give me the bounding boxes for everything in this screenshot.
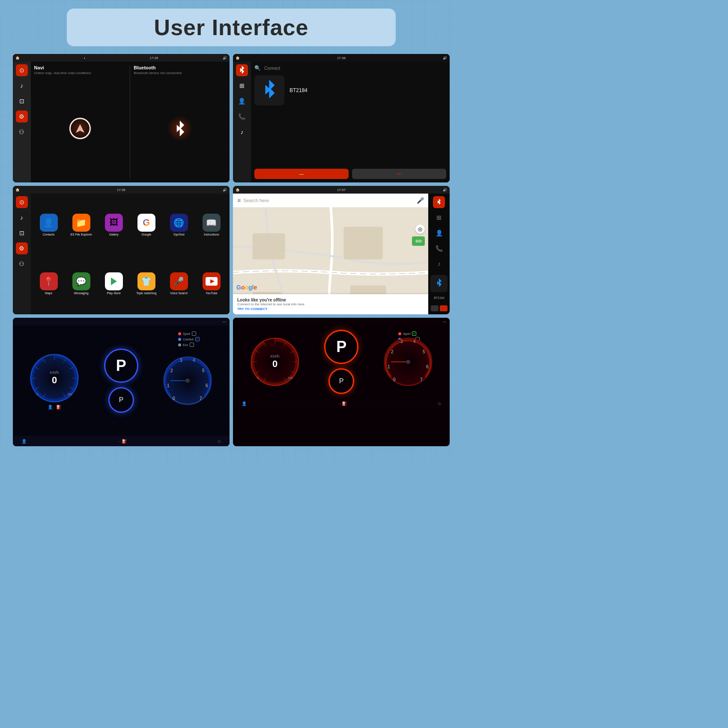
svg-rect-2 — [253, 233, 285, 260]
grid-right-icon[interactable]: ⊞ — [433, 212, 445, 224]
voice-icon: 🎤 — [170, 272, 188, 290]
sport-indicator: Sport — [178, 331, 200, 336]
inner-gear-label-red: P — [339, 377, 344, 385]
app-maps[interactable]: 📍 Maps — [33, 255, 64, 312]
try-connect-link[interactable]: TRY TO CONNECT — [237, 307, 424, 311]
app-playstore[interactable]: Play Store — [98, 255, 129, 312]
inner-gear-circle-red: P — [328, 368, 354, 394]
grid-nav-icon[interactable]: ⊞ — [236, 80, 248, 92]
panel5-topbar: ▪▪▪ — [13, 318, 230, 325]
svg-text:260: 260 — [67, 393, 72, 396]
offline-title: Looks like you're offline — [237, 298, 424, 302]
eco-dot — [178, 343, 181, 346]
app-contacts[interactable]: 👤 Contacts — [33, 196, 64, 253]
navi-title: Navi — [34, 65, 127, 70]
youtube-label: YouTube — [206, 292, 218, 295]
music-icon[interactable]: ♪ — [16, 80, 28, 92]
panel4-sidebar-right: ⊞ 👤 📞 ♪ BT2184 — [428, 194, 450, 314]
home4-icon: 🏠 — [236, 188, 240, 192]
bt-nav-icon[interactable] — [236, 64, 248, 76]
gear-display-red: P — [336, 338, 346, 356]
left-speedometer: KM/h 0 0 260 👤 ⛽ — [29, 352, 80, 409]
panel5-bottom: 👤 →⛽ ⊙ — [13, 436, 230, 446]
bt3-icon: 🔊 — [223, 188, 227, 192]
app-messaging[interactable]: 💬 Messaging — [66, 255, 97, 312]
sport-dot — [178, 332, 181, 335]
app-topic[interactable]: 👕 Topic switching — [131, 255, 162, 312]
map-search-bar[interactable]: ≡ Search here 🎤 — [233, 194, 428, 207]
app-gpstest[interactable]: 🌐 GpsTest — [164, 196, 194, 253]
bt-subtitle: Bluetooth device not connected — [134, 71, 226, 75]
contacts-label: Contacts — [43, 233, 55, 236]
bt-right-btn1[interactable] — [431, 305, 439, 311]
panel4-content: ≡ Search here 🎤 — [233, 194, 450, 314]
cast-icon[interactable]: ⊡ — [16, 95, 28, 107]
apps-users-icon[interactable]: ⚇ — [16, 258, 28, 270]
panel1-topbar: 🏠 ▪ 17:35 🔊 — [13, 54, 230, 62]
topic-icon: 👕 — [137, 272, 155, 290]
map-search-text: Search here — [243, 198, 414, 203]
youtube-icon — [203, 272, 221, 290]
panel2-content: ⊞ 👤 📞 ♪ 🔍 Connect — [233, 62, 450, 182]
rpm-blue-svg: 1 2 3 4 5 6 7 0 — [162, 355, 213, 406]
menu-icon: ≡ — [237, 197, 241, 204]
bt-right-icon[interactable] — [433, 196, 445, 208]
map-content: ◎ GO Google Looks like you're offline Co… — [233, 207, 428, 314]
home-icon: 🏠 — [15, 56, 20, 60]
google-icon: G — [137, 214, 155, 232]
dash6-power-icon: ⊙ — [438, 401, 441, 406]
bt-section: Bluetooth Bluetooth device not connected — [130, 62, 230, 182]
bt-status-icon: 🔊 — [223, 56, 227, 60]
phone-nav-icon[interactable]: 📞 — [236, 110, 248, 122]
svg-text:0: 0 — [393, 377, 396, 382]
person-nav-icon[interactable]: 👤 — [236, 95, 248, 107]
bt-right-btn2[interactable] — [440, 305, 448, 311]
nav-icon[interactable]: ⊙ — [16, 64, 28, 76]
panel-dash-blue: ▪▪▪ — [13, 318, 230, 446]
offline-subtitle: Connect to the internet to see local inf… — [237, 302, 424, 306]
app-gallery[interactable]: 🖼 Gallery — [98, 196, 129, 253]
svg-text:6: 6 — [426, 364, 429, 369]
voice-label: Voice Search — [170, 292, 188, 295]
settings-icon[interactable]: ⚙ — [16, 110, 28, 122]
mic-icon[interactable]: 🎤 — [417, 197, 424, 204]
apps-settings-icon[interactable]: ⚙ — [16, 242, 28, 254]
apps-cast-icon[interactable]: ⊡ — [16, 227, 28, 239]
bt-search-bar: 🔍 Connect — [254, 65, 446, 71]
svg-point-61 — [406, 360, 410, 364]
note-nav-icon[interactable]: ♪ — [236, 126, 248, 138]
gear-circle-red: P — [324, 330, 358, 364]
panel6-time: ▪▪▪ — [443, 320, 447, 324]
users-icon[interactable]: ⚇ — [16, 126, 28, 138]
app-instructions[interactable]: 📖 Instructions — [196, 196, 227, 253]
map-area: ≡ Search here 🎤 — [233, 194, 428, 314]
note-right-icon[interactable]: ♪ — [433, 258, 445, 270]
bt-back-btn[interactable]: ↩ — [352, 169, 446, 179]
person-right-icon[interactable]: 👤 — [433, 227, 445, 239]
app-voice[interactable]: 🎤 Voice Search — [164, 255, 194, 312]
home3-icon: 🏠 — [15, 188, 20, 192]
app-youtube[interactable]: YouTube — [196, 255, 227, 312]
apps-music-icon[interactable]: ♪ — [16, 212, 28, 224]
panel1-sidebar: ⊙ ♪ ⊡ ⚙ ⚇ — [13, 62, 31, 182]
svg-text:7: 7 — [420, 377, 423, 382]
bt-disconnect-btn[interactable]: — — [254, 169, 349, 179]
svg-text:0: 0 — [36, 393, 38, 396]
go-button[interactable]: GO — [412, 236, 425, 246]
app-google[interactable]: G Google — [131, 196, 162, 253]
maps-label: Maps — [45, 292, 52, 295]
gallery-icon: 🖼 — [105, 214, 123, 232]
bt-buttons: — ↩ — [254, 169, 446, 179]
app-es-file[interactable]: 📁 ES File Explorer — [66, 196, 97, 253]
google-label: Google — [142, 233, 152, 236]
connect-label: Connect — [264, 66, 280, 71]
page-title: User Interface — [154, 15, 309, 40]
panel5-time: ▪▪▪ — [222, 320, 226, 324]
svg-text:1: 1 — [167, 383, 170, 388]
playstore-label: Play Store — [107, 292, 121, 295]
svg-text:6: 6 — [206, 383, 208, 388]
phone-right-icon[interactable]: 📞 — [433, 242, 445, 254]
apps-nav-icon[interactable]: ⊙ — [16, 196, 28, 208]
sport-label: Sport — [183, 332, 190, 335]
gear-circle-blue: P — [104, 349, 138, 383]
